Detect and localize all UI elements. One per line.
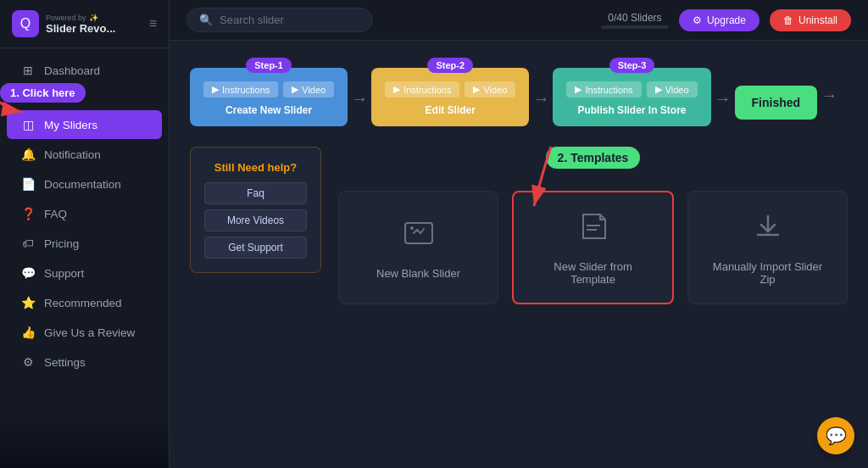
notification-icon: 🔔 — [20, 148, 36, 161]
video-icon: ▶ — [655, 84, 662, 95]
step1-label: Step-1 — [246, 58, 292, 73]
template-card-import[interactable]: Manually Import Slider Zip — [687, 191, 848, 304]
sidebar-item-support[interactable]: 💬 Support — [7, 259, 162, 287]
get-support-button[interactable]: Get Support — [204, 237, 307, 259]
step1-instructions-button[interactable]: ▶ Instructions — [203, 81, 278, 98]
sidebar-item-faq[interactable]: ❓ FAQ — [7, 199, 162, 228]
sidebar-item-label: Recommended — [44, 297, 122, 309]
help-card: Still Need help? Faq More Videos Get Sup… — [190, 147, 321, 273]
sidebar-item-settings[interactable]: ⚙ Settings — [7, 348, 162, 376]
powered-by-label: Powered by ✨ — [46, 14, 115, 22]
step3-card: ▶ Instructions ▶ Video Publish Slider In… — [553, 68, 710, 126]
step2-video-button[interactable]: ▶ Video — [465, 81, 515, 98]
instructions-icon: ▶ — [575, 84, 581, 95]
step2-instructions-button[interactable]: ▶ Instructions — [385, 81, 459, 98]
slider-count-bar — [601, 25, 669, 29]
chat-bubble[interactable]: 💬 — [817, 417, 854, 454]
sidebar-header: Q Powered by ✨ Slider Revo... ≡ — [0, 0, 169, 48]
faq-icon: ❓ — [20, 207, 36, 220]
sidebar-item-label: Give Us a Review — [44, 326, 135, 339]
slider-count-area: 0/40 Sliders — [601, 12, 669, 29]
uninstall-button[interactable]: 🗑 Uninstall — [770, 9, 851, 31]
step1-video-button[interactable]: ▶ Video — [283, 81, 334, 98]
templates-section-label: 2. Templates — [546, 147, 641, 169]
sidebar: Q Powered by ✨ Slider Revo... ≡ ⊞ Dashbo… — [0, 0, 170, 468]
step3-title: Publish Slider In Store — [566, 104, 697, 116]
step2-label: Step-2 — [427, 58, 473, 73]
header-right: 0/40 Sliders ⚙ Upgrade 🗑 Uninstall — [601, 9, 851, 31]
sidebar-item-label: Settings — [44, 356, 86, 369]
dashboard-icon: ⊞ — [20, 64, 36, 77]
menu-icon[interactable]: ≡ — [149, 16, 157, 31]
instructions-icon: ▶ — [393, 84, 400, 95]
help-title: Still Need help? — [204, 161, 307, 174]
sidebar-item-pricing[interactable]: 🏷 Pricing — [7, 229, 162, 258]
svg-rect-4 — [587, 225, 600, 226]
import-zip-label: Manually Import Slider Zip — [705, 260, 830, 286]
my-sliders-icon: ◫ — [20, 118, 36, 131]
faq-button[interactable]: Faq — [204, 182, 307, 204]
templates-section: 2. Templates New Blank Slider — [338, 147, 848, 304]
review-icon: 👍 — [20, 326, 36, 339]
svg-rect-5 — [587, 229, 597, 231]
bottom-section: Still Need help? Faq More Videos Get Sup… — [190, 147, 848, 304]
blank-slider-icon — [402, 216, 436, 257]
support-icon: 💬 — [20, 266, 36, 280]
sidebar-item-recommended[interactable]: ⭐ Recommended — [7, 288, 162, 317]
step3-instructions-button[interactable]: ▶ Instructions — [566, 81, 641, 98]
sidebar-item-label: My Sliders — [44, 119, 97, 131]
step2-title: Edit Slider — [385, 104, 515, 116]
sidebar-item-label: FAQ — [44, 208, 67, 220]
sidebar-item-documentation[interactable]: 📄 Documentation — [7, 170, 162, 198]
step2-buttons: ▶ Instructions ▶ Video — [385, 81, 515, 98]
svg-rect-2 — [405, 223, 432, 243]
from-template-label: New Slider from Template — [531, 260, 655, 286]
sidebar-item-notification[interactable]: 🔔 Notification — [7, 140, 162, 169]
step1-buttons: ▶ Instructions ▶ Video — [203, 81, 334, 98]
step3-arrow: → — [715, 75, 732, 109]
sidebar-item-label: Documentation — [44, 178, 121, 191]
pricing-icon: 🏷 — [20, 237, 36, 250]
content-area: Step-1 ▶ Instructions ▶ Video Create New… — [170, 41, 868, 468]
header: 🔍 0/40 Sliders ⚙ Upgrade 🗑 Uninstall — [170, 0, 868, 41]
sidebar-bottom-gradient — [0, 417, 169, 468]
from-template-icon — [576, 209, 610, 250]
upgrade-button[interactable]: ⚙ Upgrade — [679, 9, 760, 31]
sidebar-item-my-sliders[interactable]: 1. Click here ◫ My Sliders — [7, 110, 162, 139]
step-1-block: Step-1 ▶ Instructions ▶ Video Create New… — [190, 58, 348, 126]
import-zip-icon — [751, 209, 785, 250]
search-input[interactable] — [220, 14, 347, 26]
step-3-block: Step-3 ▶ Instructions ▶ Video Publish Sl… — [553, 58, 710, 126]
svg-point-3 — [410, 226, 414, 230]
settings-icon: ⚙ — [20, 355, 36, 369]
finished-block: Finished — [735, 65, 818, 120]
sidebar-nav: ⊞ Dashboard 1. Click here ◫ My Sliders — [0, 48, 169, 417]
sidebar-item-give-review[interactable]: 👍 Give Us a Review — [7, 318, 162, 347]
main-content: 🔍 0/40 Sliders ⚙ Upgrade 🗑 Uninstall — [170, 0, 868, 468]
steps-flow: Step-1 ▶ Instructions ▶ Video Create New… — [190, 58, 848, 126]
step3-video-button[interactable]: ▶ Video — [647, 81, 698, 98]
more-videos-button[interactable]: More Videos — [204, 209, 307, 231]
sidebar-item-label: Support — [44, 267, 84, 280]
search-icon: 🔍 — [199, 14, 213, 26]
instructions-icon: ▶ — [212, 84, 219, 95]
chat-icon: 💬 — [826, 426, 847, 446]
step1-arrow: → — [351, 75, 368, 109]
step3-buttons: ▶ Instructions ▶ Video — [566, 81, 697, 98]
video-icon: ▶ — [292, 84, 298, 95]
app-name-label: Slider Revo... — [46, 22, 115, 35]
sidebar-item-dashboard[interactable]: ⊞ Dashboard — [7, 56, 162, 85]
template-cards: New Blank Slider New Slider fr — [338, 191, 848, 304]
template-card-from-template[interactable]: New Slider from Template — [512, 191, 674, 304]
step3-label: Step-3 — [609, 58, 655, 73]
documentation-icon: 📄 — [20, 177, 36, 191]
recommended-icon: ⭐ — [20, 296, 36, 309]
step2-card: ▶ Instructions ▶ Video Edit Slider — [371, 68, 529, 126]
template-card-blank[interactable]: New Blank Slider — [338, 191, 498, 304]
logo-area: Q Powered by ✨ Slider Revo... — [12, 10, 115, 37]
finished-card: Finished — [735, 86, 818, 120]
click-here-badge: 1. Click here — [0, 83, 86, 103]
search-bar[interactable]: 🔍 — [186, 8, 373, 32]
step1-card: ▶ Instructions ▶ Video Create New Slider — [190, 68, 348, 126]
blank-slider-label: New Blank Slider — [376, 267, 460, 280]
